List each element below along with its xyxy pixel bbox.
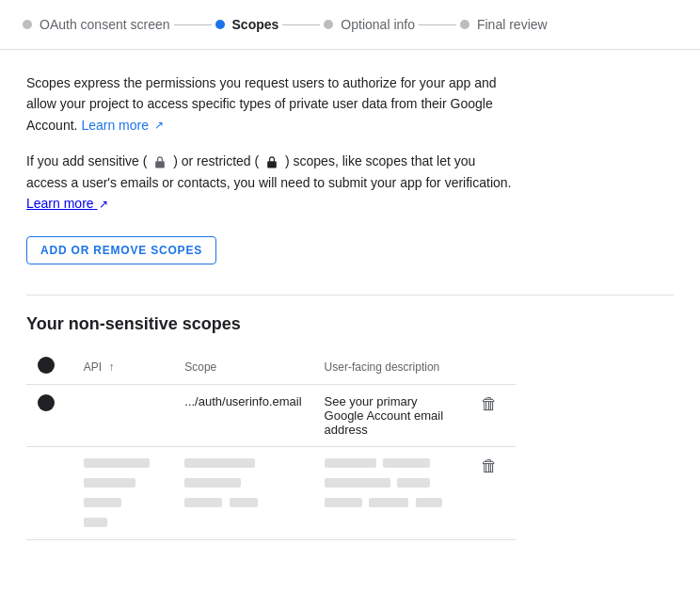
row2-action-cell: 🗑 [469,447,516,540]
row1-action-cell: 🗑 [469,385,516,447]
row1-description-cell: See your primary Google Account email ad… [313,385,470,447]
step-label-optional: Optional info [341,17,415,32]
restricted-lock-icon [264,154,279,169]
external-link-icon-2: ↗ [99,196,108,214]
table-row: 🗑 [26,447,516,540]
step-dot-oauth [23,20,32,29]
learn-more-link-1[interactable]: Learn more ↗ [81,118,163,133]
step-dot-final [460,20,469,29]
redacted-desc-line3 [325,496,459,510]
add-or-remove-scopes-button[interactable]: ADD OR REMOVE SCOPES [26,236,216,264]
col-header-description: User-facing description [313,349,470,385]
col-header-api[interactable]: API ↑ [72,349,174,385]
svg-rect-0 [155,162,165,168]
section-divider [26,295,674,296]
row2-check-cell [26,447,72,540]
step-label-scopes: Scopes [232,17,279,32]
step-optional-info[interactable]: Optional info [324,17,415,32]
description-2: If you add sensitive ( ) or restricted (… [26,151,516,214]
redacted-api-line4 [84,516,163,530]
step-dot-optional [324,20,333,29]
step-oauth-consent[interactable]: OAuth consent screen [23,17,170,32]
redacted-api-line3 [84,496,163,510]
description-1: Scopes express the permissions you reque… [26,72,516,136]
table-row: .../auth/userinfo.email See your primary… [26,385,516,447]
step-connector-1 [174,24,212,25]
step-dot-scopes [215,20,225,29]
redacted-scope-line1 [184,456,301,471]
redacted-api-line2 [84,476,163,490]
row2-scope-cell [173,447,312,540]
row1-check-cell [26,385,72,447]
step-scopes[interactable]: Scopes [215,17,279,32]
svg-rect-1 [267,162,277,168]
row2-delete-button[interactable]: 🗑 [481,456,498,476]
row2-description-cell [313,447,470,540]
table-header-row: API ↑ Scope User-facing description [26,349,516,385]
redacted-desc-line2 [325,476,459,490]
step-connector-2 [282,24,320,25]
main-content: Scopes express the permissions you reque… [0,50,700,563]
sensitive-lock-icon [152,154,167,169]
col-header-scope: Scope [173,349,312,385]
col-header-check [26,349,72,385]
row2-api-cell [72,447,174,540]
row1-api-cell [72,385,174,447]
col-header-action [469,349,516,385]
step-final-review[interactable]: Final review [460,17,548,32]
row1-scope-cell: .../auth/userinfo.email [173,385,312,447]
redacted-api-line1 [84,456,163,471]
non-sensitive-scopes-title: Your non-sensitive scopes [26,314,674,334]
row1-delete-button[interactable]: 🗑 [481,394,498,414]
step-label-oauth: OAuth consent screen [40,17,170,32]
redacted-scope-line3 [184,496,301,510]
step-label-final: Final review [477,17,548,32]
step-connector-3 [419,24,456,25]
scopes-table: API ↑ Scope User-facing description .../… [26,349,516,540]
select-all-checkbox[interactable] [38,357,55,374]
row1-checkbox[interactable] [38,394,55,411]
redacted-scope-line2 [184,476,301,490]
learn-more-link-2[interactable]: Learn more ↗ [26,196,108,211]
external-link-icon-1: ↗ [154,117,164,135]
sort-icon[interactable]: ↑ [108,360,114,374]
stepper: OAuth consent screen Scopes Optional inf… [0,0,700,50]
redacted-desc-line1 [325,456,459,471]
